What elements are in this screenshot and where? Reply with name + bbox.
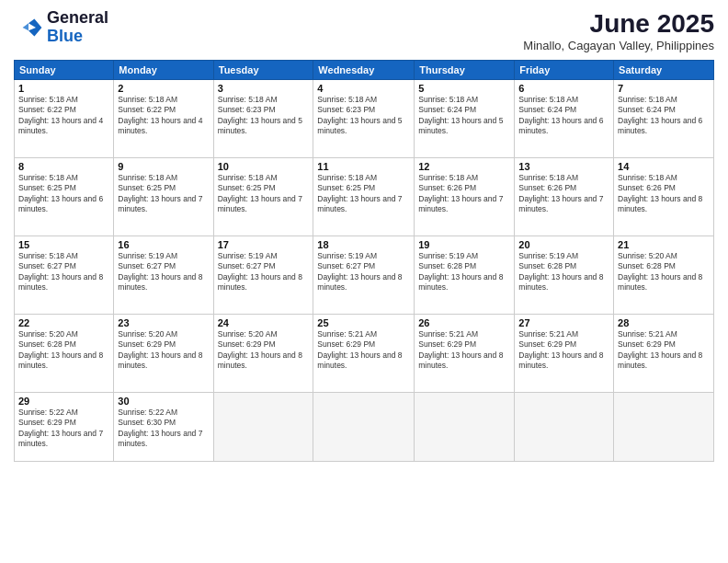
table-row: 15 Sunrise: 5:18 AMSunset: 6:27 PMDaylig… [15,236,714,315]
col-monday: Monday [114,61,213,80]
list-item: 23 Sunrise: 5:20 AMSunset: 6:29 PMDaylig… [114,315,213,393]
list-item: 16 Sunrise: 5:19 AMSunset: 6:27 PMDaylig… [114,236,213,315]
col-thursday: Thursday [415,61,515,80]
list-item: 10 Sunrise: 5:18 AMSunset: 6:25 PMDaylig… [213,158,313,236]
table-row: 1 Sunrise: 5:18 AMSunset: 6:22 PMDayligh… [15,80,714,158]
table-row: 22 Sunrise: 5:20 AMSunset: 6:28 PMDaylig… [15,315,714,393]
list-item: 24 Sunrise: 5:20 AMSunset: 6:29 PMDaylig… [213,315,313,393]
list-item: 17 Sunrise: 5:19 AMSunset: 6:27 PMDaylig… [213,236,313,315]
list-item: 12 Sunrise: 5:18 AMSunset: 6:26 PMDaylig… [415,158,515,236]
logo-line2: Blue [47,28,108,46]
logo-line1: General [47,9,108,28]
logo: General Blue [14,9,108,46]
list-item: 15 Sunrise: 5:18 AMSunset: 6:27 PMDaylig… [15,236,114,315]
list-item [213,393,313,462]
col-tuesday: Tuesday [213,61,313,80]
list-item: 8 Sunrise: 5:18 AMSunset: 6:25 PMDayligh… [15,158,114,236]
col-saturday: Saturday [614,61,714,80]
table-row: 29 Sunrise: 5:22 AMSunset: 6:29 PMDaylig… [15,393,714,462]
list-item: 1 Sunrise: 5:18 AMSunset: 6:22 PMDayligh… [15,80,114,158]
list-item: 27 Sunrise: 5:21 AMSunset: 6:29 PMDaylig… [515,315,614,393]
svg-marker-0 [28,18,41,36]
list-item: 6 Sunrise: 5:18 AMSunset: 6:24 PMDayligh… [515,80,614,158]
list-item: 25 Sunrise: 5:21 AMSunset: 6:29 PMDaylig… [313,315,415,393]
list-item: 2 Sunrise: 5:18 AMSunset: 6:22 PMDayligh… [114,80,213,158]
logo-text: General Blue [47,9,108,46]
list-item: 9 Sunrise: 5:18 AMSunset: 6:25 PMDayligh… [114,158,213,236]
list-item [515,393,614,462]
list-item: 7 Sunrise: 5:18 AMSunset: 6:24 PMDayligh… [614,80,714,158]
list-item: 18 Sunrise: 5:19 AMSunset: 6:27 PMDaylig… [313,236,415,315]
month-title: June 2025 [523,9,714,39]
col-wednesday: Wednesday [313,61,415,80]
list-item [614,393,714,462]
logo-icon [14,13,43,42]
col-friday: Friday [515,61,614,80]
list-item [313,393,415,462]
list-item: 3 Sunrise: 5:18 AMSunset: 6:23 PMDayligh… [213,80,313,158]
list-item: 5 Sunrise: 5:18 AMSunset: 6:24 PMDayligh… [415,80,515,158]
page: General Blue June 2025 Minallo, Cagayan … [0,0,728,563]
list-item: 21 Sunrise: 5:20 AMSunset: 6:28 PMDaylig… [614,236,714,315]
location-title: Minallo, Cagayan Valley, Philippines [523,39,714,52]
calendar: Sunday Monday Tuesday Wednesday Thursday… [14,60,714,462]
header: General Blue June 2025 Minallo, Cagayan … [14,9,714,52]
list-item: 4 Sunrise: 5:18 AMSunset: 6:23 PMDayligh… [313,80,415,158]
list-item [415,393,515,462]
col-sunday: Sunday [15,61,114,80]
list-item: 30 Sunrise: 5:22 AMSunset: 6:30 PMDaylig… [114,393,213,462]
list-item: 20 Sunrise: 5:19 AMSunset: 6:28 PMDaylig… [515,236,614,315]
calendar-header-row: Sunday Monday Tuesday Wednesday Thursday… [15,61,714,80]
list-item: 22 Sunrise: 5:20 AMSunset: 6:28 PMDaylig… [15,315,114,393]
list-item: 29 Sunrise: 5:22 AMSunset: 6:29 PMDaylig… [15,393,114,462]
list-item: 19 Sunrise: 5:19 AMSunset: 6:28 PMDaylig… [415,236,515,315]
title-area: June 2025 Minallo, Cagayan Valley, Phili… [523,9,714,52]
list-item: 13 Sunrise: 5:18 AMSunset: 6:26 PMDaylig… [515,158,614,236]
list-item: 26 Sunrise: 5:21 AMSunset: 6:29 PMDaylig… [415,315,515,393]
list-item: 11 Sunrise: 5:18 AMSunset: 6:25 PMDaylig… [313,158,415,236]
table-row: 8 Sunrise: 5:18 AMSunset: 6:25 PMDayligh… [15,158,714,236]
list-item: 14 Sunrise: 5:18 AMSunset: 6:26 PMDaylig… [614,158,714,236]
list-item: 28 Sunrise: 5:21 AMSunset: 6:29 PMDaylig… [614,315,714,393]
